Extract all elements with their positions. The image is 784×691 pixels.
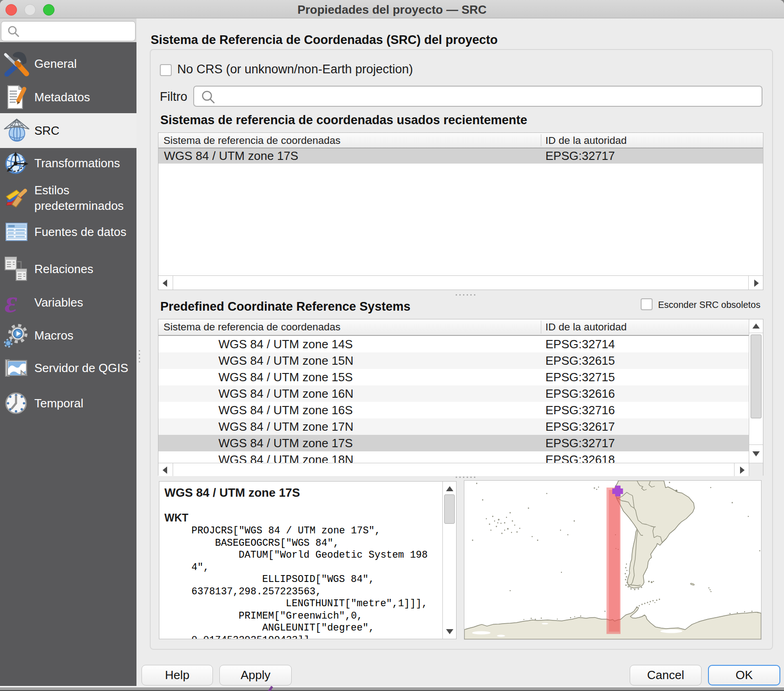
svg-text:ε: ε: [5, 290, 17, 315]
